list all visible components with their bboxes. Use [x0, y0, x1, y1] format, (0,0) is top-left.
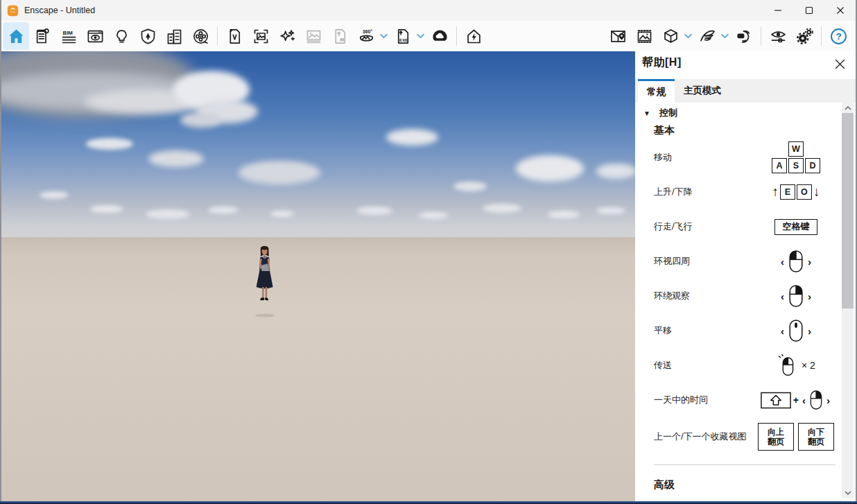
asset-library-button[interactable]: [657, 22, 684, 50]
chevron-down-icon[interactable]: [684, 31, 693, 41]
control-section-header[interactable]: ▼ 控制: [643, 105, 841, 121]
drag-left-glyph: ‹: [781, 256, 784, 268]
help-close-button[interactable]: [833, 57, 847, 71]
svg-text:EXE: EXE: [399, 37, 408, 42]
toolbar-separator: [761, 26, 761, 46]
plus-glyph: +: [793, 394, 799, 406]
material-editor-button[interactable]: [631, 22, 657, 50]
down-arrow-icon: ↓: [813, 184, 820, 200]
row-time-of-day: 一天中的时间 + ‹ ›: [643, 383, 841, 417]
help-panel-title: 帮助[H]: [642, 55, 682, 70]
settings-button[interactable]: [791, 22, 817, 50]
cloud-icon: [431, 27, 449, 46]
exe-export-button[interactable]: EXE: [390, 22, 416, 50]
row-move: 移动 W A S D: [643, 140, 841, 175]
svg-text:?: ?: [836, 31, 841, 42]
drag-right-glyph: ›: [826, 394, 830, 406]
upload-render-button: [327, 22, 353, 50]
toolbar-separator: [456, 26, 457, 46]
row-look-around-label: 环视四周: [654, 255, 755, 268]
key-e: E: [780, 184, 795, 200]
row-teleport: 传送 × 2: [643, 348, 841, 383]
row-orbit-label: 环绕观察: [654, 290, 755, 303]
key-o: O: [797, 184, 812, 200]
viewport-eye-icon: [86, 27, 105, 46]
panorama-360-button[interactable]: 360°: [353, 22, 379, 50]
tab-home-mode[interactable]: 主页模式: [675, 79, 730, 103]
enscape-logo-icon: [7, 5, 19, 17]
row-updown: 上升/下降 ↑ E O ↓: [643, 175, 841, 209]
video-editor-button[interactable]: [187, 22, 214, 50]
help-scrollbar[interactable]: [842, 103, 854, 498]
screenshot-icon: [252, 27, 270, 46]
mouse-right-button-icon: [786, 284, 806, 309]
chevron-down-icon[interactable]: [720, 31, 729, 41]
home-icon: [7, 27, 26, 46]
basic-header: 基本: [643, 121, 841, 140]
row-pan-label: 平移: [654, 324, 755, 338]
vr-button[interactable]: [731, 22, 757, 50]
up-arrow-icon: ↑: [772, 184, 779, 200]
cloud-render-button[interactable]: [426, 22, 453, 50]
ground: [1, 237, 635, 501]
row-look-around: 环视四周 ‹ ›: [643, 244, 841, 279]
row-walkfly: 行走/飞行 空格键: [643, 209, 841, 244]
panorama-360-icon: 360°: [357, 27, 376, 46]
shift-key-icon: [761, 392, 791, 409]
person-figure: [251, 245, 279, 318]
key-a: A: [772, 158, 787, 173]
map-pin-icon: [609, 27, 627, 46]
notes-button[interactable]: [29, 22, 55, 50]
toolbar-separator: [821, 26, 822, 46]
image-icon: [304, 27, 323, 46]
screenshot-button[interactable]: [248, 22, 274, 50]
wasd-keys: W A S D: [771, 141, 821, 174]
drag-left-glyph: ‹: [781, 290, 784, 302]
mouse-right-button-icon: [807, 389, 825, 411]
mouse-double-click-icon: [777, 353, 799, 378]
upload-document-icon: [331, 27, 349, 46]
ai-enhancer-button[interactable]: [274, 22, 300, 50]
light-view-button[interactable]: [108, 22, 135, 50]
viewport-window-button[interactable]: [82, 22, 108, 50]
bim-button[interactable]: BIM: [55, 22, 82, 50]
building-button[interactable]: [161, 22, 187, 50]
control-section-label: 控制: [659, 107, 677, 119]
visual-settings-icon: [769, 27, 788, 46]
window-title: Enscape - Untitled: [24, 6, 95, 15]
gears-icon: [795, 27, 814, 46]
performance-mode-button[interactable]: [460, 22, 487, 50]
scroll-down-arrow[interactable]: [842, 488, 854, 498]
white-mode-button[interactable]: [135, 22, 161, 50]
minimap-button[interactable]: [605, 22, 631, 50]
key-d: D: [805, 158, 820, 173]
scrollbar-thumb[interactable]: [842, 113, 854, 309]
row-updown-label: 上升/下降: [654, 186, 755, 199]
help-icon: ?: [829, 27, 848, 46]
help-button[interactable]: ?: [825, 22, 851, 50]
shield-tree-icon: [139, 27, 157, 46]
maximize-button[interactable]: [793, 0, 824, 21]
row-walkfly-label: 行走/飞行: [654, 220, 755, 234]
3d-viewport[interactable]: [1, 51, 635, 501]
export-video-button[interactable]: [221, 22, 248, 50]
tab-general[interactable]: 常规: [638, 79, 675, 103]
drag-left-glyph: ‹: [781, 325, 784, 337]
collapse-triangle-icon[interactable]: ▼: [643, 110, 650, 117]
toolbar: BIM: [1, 21, 856, 51]
minimize-button[interactable]: [762, 0, 793, 21]
window-border-bottom: [0, 501, 857, 504]
mouse-left-button-icon: [786, 249, 806, 274]
home-button[interactable]: [3, 22, 29, 50]
visual-settings-button[interactable]: [765, 22, 791, 50]
key-page-down: 向下翻页: [798, 423, 834, 451]
bim-icon: BIM: [60, 27, 78, 46]
close-button[interactable]: [824, 0, 856, 21]
svg-text:BIM: BIM: [62, 29, 73, 35]
key-s: S: [788, 158, 804, 173]
chevron-down-icon[interactable]: [379, 31, 388, 41]
chevron-down-icon[interactable]: [416, 31, 425, 41]
scroll-up-arrow[interactable]: [842, 103, 854, 113]
fly-mode-button[interactable]: [694, 22, 720, 50]
titlebar[interactable]: Enscape - Untitled: [0, 0, 857, 21]
